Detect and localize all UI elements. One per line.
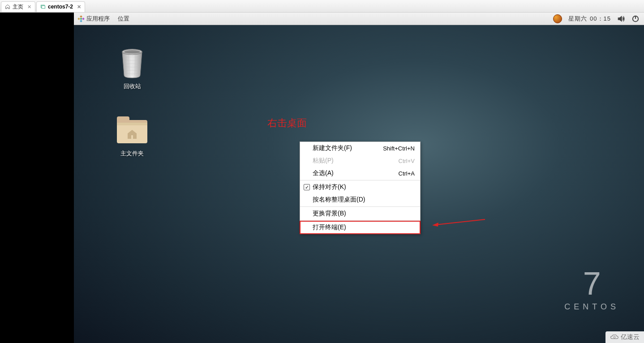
centos-logo: 7 CENTOS	[564, 267, 619, 312]
cloud-icon	[610, 334, 619, 340]
clock-time[interactable]: 00：15	[590, 15, 611, 23]
menu-keep-aligned[interactable]: ✓ 保持对齐(K)	[300, 181, 420, 193]
trash-icon[interactable]: 回收站	[105, 47, 159, 90]
home-folder-label: 主文件夹	[120, 150, 144, 158]
folder-icon	[114, 115, 150, 147]
svg-rect-1	[42, 6, 45, 9]
menu-open-terminal[interactable]: 打开终端(E)	[300, 221, 420, 234]
home-icon	[5, 4, 10, 9]
vm-border-left	[0, 13, 74, 343]
menu-item-label: 打开终端(E)	[313, 223, 346, 232]
panel-right-section: 星期六 00：15	[553, 14, 644, 23]
vm-icon	[40, 4, 46, 9]
tab-label: centos7-2	[48, 4, 73, 10]
vmware-tab-bar: 主页 ✕ centos7-2 ✕	[0, 0, 644, 13]
trash-can-icon	[118, 47, 146, 80]
volume-icon[interactable]	[617, 15, 625, 23]
menu-item-shortcut: Ctrl+V	[399, 158, 415, 164]
annotation-text: 右击桌面	[267, 116, 307, 130]
menu-item-label: 全选(A)	[313, 169, 334, 177]
annotation-arrow	[432, 219, 486, 227]
svg-rect-4	[82, 17, 85, 20]
centos-version: 7	[564, 267, 619, 300]
desktop-context-menu: 新建文件夹(F) Shift+Ctrl+N 粘贴(P) Ctrl+V 全选(A)…	[300, 141, 421, 234]
power-icon[interactable]	[631, 15, 640, 23]
tab-label: 主页	[13, 3, 23, 11]
svg-rect-3	[80, 15, 82, 18]
menu-item-label: 更换背景(B)	[313, 210, 346, 218]
svg-point-19	[124, 50, 140, 54]
close-icon[interactable]: ✕	[27, 4, 31, 10]
trash-label: 回收站	[124, 82, 141, 90]
svg-point-2	[80, 18, 82, 20]
places-label: 位置	[118, 15, 129, 23]
centos-name: CENTOS	[564, 302, 619, 312]
menu-select-all[interactable]: 全选(A) Ctrl+A	[300, 167, 420, 180]
menu-item-label: 保持对齐(K)	[313, 183, 346, 191]
home-folder-icon[interactable]: 主文件夹	[105, 115, 159, 158]
tab-home[interactable]: 主页 ✕	[1, 1, 35, 12]
apps-icon	[77, 15, 85, 22]
menu-item-label: 新建文件夹(F)	[313, 144, 352, 152]
menu-paste: 粘贴(P) Ctrl+V	[300, 154, 420, 167]
svg-line-20	[436, 219, 485, 225]
svg-point-22	[614, 336, 615, 338]
menu-divider	[300, 180, 420, 180]
close-icon[interactable]: ✕	[77, 4, 81, 10]
svg-rect-6	[77, 17, 80, 20]
watermark-text: 亿速云	[621, 333, 640, 341]
svg-rect-5	[80, 20, 82, 22]
menu-item-label: 按名称整理桌面(D)	[313, 196, 365, 204]
panel-left-section: 应用程序 位置	[74, 15, 129, 23]
menu-new-folder[interactable]: 新建文件夹(F) Shift+Ctrl+N	[300, 142, 420, 154]
menu-item-shortcut: Shift+Ctrl+N	[383, 145, 415, 152]
user-badge-icon[interactable]	[553, 14, 562, 23]
apps-label: 应用程序	[86, 15, 110, 23]
watermark: 亿速云	[605, 331, 644, 343]
menu-item-label: 粘贴(P)	[313, 157, 334, 165]
menu-divider	[300, 220, 420, 221]
applications-menu[interactable]: 应用程序	[77, 15, 110, 23]
svg-marker-21	[432, 223, 438, 227]
menu-organize-by-name[interactable]: 按名称整理桌面(D)	[300, 193, 420, 206]
clock-day[interactable]: 星期六	[568, 15, 587, 23]
tab-vm[interactable]: centos7-2 ✕	[36, 1, 85, 12]
gnome-top-panel: 应用程序 位置 星期六 00：15	[74, 13, 644, 25]
places-menu[interactable]: 位置	[118, 15, 129, 23]
menu-divider	[300, 206, 420, 207]
checkbox-icon: ✓	[304, 184, 310, 190]
menu-change-background[interactable]: 更换背景(B)	[300, 207, 420, 220]
menu-item-shortcut: Ctrl+A	[399, 170, 415, 177]
centos-desktop[interactable]: 应用程序 位置 星期六 00：15 回收站	[74, 13, 644, 343]
